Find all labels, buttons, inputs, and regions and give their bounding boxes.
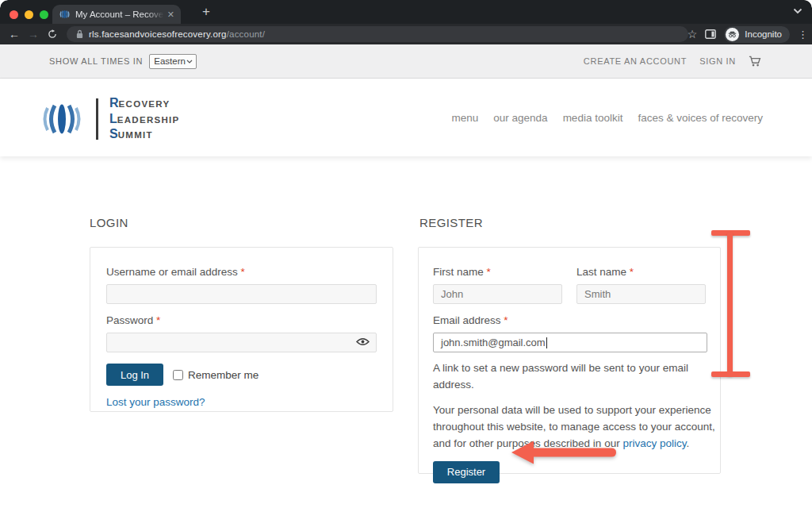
minimize-window-button[interactable]: [25, 10, 33, 19]
annotation-ibeam-bottom-cap: [711, 371, 750, 377]
last-name-input[interactable]: [576, 284, 706, 304]
login-heading: LOGIN: [90, 216, 128, 229]
register-heading: REGISTER: [419, 216, 483, 229]
first-name-input[interactable]: [433, 284, 562, 304]
url-text: rls.facesandvoicesofrecovery.org/account…: [89, 29, 265, 39]
username-label-text: Username or email address: [106, 266, 238, 278]
toolbar-actions: ☆ Incognito ⋮: [688, 24, 806, 44]
chevron-down-icon: [186, 60, 193, 64]
required-asterisk: *: [487, 266, 491, 278]
cart-icon[interactable]: [749, 56, 761, 67]
browser-toolbar: ← → rls.facesandvoicesofrecovery.org/acc…: [0, 24, 812, 44]
show-password-icon[interactable]: [356, 337, 370, 346]
required-asterisk: *: [241, 266, 245, 278]
register-button[interactable]: Register: [433, 461, 500, 483]
password-label: Password *: [106, 314, 377, 326]
side-panel-icon[interactable]: [705, 29, 716, 39]
window-controls: [10, 10, 48, 19]
password-input[interactable]: [106, 333, 377, 352]
logo-line-rest: UMMIT: [118, 130, 153, 140]
url-domain: rls.facesandvoicesofrecovery.org: [89, 29, 227, 39]
username-input[interactable]: [106, 284, 377, 304]
remember-me: Remember me: [173, 369, 259, 381]
show-times-label: SHOW ALL TIMES IN: [49, 56, 143, 66]
logo-line-rest: ECOVERY: [119, 99, 170, 109]
timezone-select[interactable]: Eastern: [149, 54, 197, 69]
nav-item-faces-voices[interactable]: faces & voices of recovery: [638, 112, 763, 124]
annotation-arrow-icon: [506, 437, 621, 468]
last-name-label: Last name *: [576, 266, 706, 278]
username-label: Username or email address *: [106, 266, 377, 278]
url-path: /account/: [227, 29, 265, 39]
close-window-button[interactable]: [10, 10, 18, 19]
required-asterisk: *: [504, 314, 508, 326]
first-name-label-text: First name: [433, 266, 484, 278]
password-note: A link to set a new password will be sen…: [433, 360, 717, 394]
nav-item-our-agenda[interactable]: our agenda: [493, 112, 547, 124]
zoom-window-button[interactable]: [40, 10, 48, 19]
nav-item-media-toolkit[interactable]: media toolkit: [563, 112, 623, 124]
logo-text: RECOVERY LEADERSHIP SUMMIT: [109, 96, 180, 143]
browser-window: My Account – Recovery Leader ✕ + ← → rls…: [0, 0, 812, 508]
incognito-label: Incognito: [745, 29, 782, 39]
site-favicon-icon: [59, 9, 70, 20]
browser-menu-icon[interactable]: ⋮: [798, 29, 806, 40]
required-asterisk: *: [156, 314, 160, 326]
remember-me-checkbox[interactable]: [173, 370, 183, 380]
logo-line-rest: EADERSHIP: [117, 115, 180, 125]
annotation-ibeam-line: [727, 233, 733, 375]
back-button[interactable]: ←: [5, 24, 24, 44]
privacy-note-suffix: .: [686, 437, 689, 449]
timezone-control: SHOW ALL TIMES IN Eastern: [49, 44, 197, 78]
first-name-label: First name *: [433, 266, 562, 278]
email-label: Email address *: [433, 314, 706, 326]
main-nav: menu our agenda media toolkit faces & vo…: [452, 79, 763, 156]
lock-icon[interactable]: [76, 29, 83, 39]
site-utility-bar: SHOW ALL TIMES IN Eastern CREATE AN ACCO…: [0, 44, 812, 79]
last-name-label-text: Last name: [576, 266, 626, 278]
browser-tab[interactable]: My Account – Recovery Leader ✕: [52, 5, 181, 24]
bookmark-star-icon[interactable]: ☆: [688, 28, 698, 40]
email-value: john.smith@gmail.com: [441, 337, 546, 348]
close-tab-icon[interactable]: ✕: [167, 10, 174, 20]
logo-line-initial: L: [109, 112, 117, 125]
reload-button[interactable]: [43, 24, 62, 44]
account-links: CREATE AN ACCOUNT SIGN IN: [584, 44, 761, 78]
logo-mark-icon: [40, 101, 84, 137]
logo-line-initial: S: [109, 127, 118, 140]
email-input[interactable]: john.smith@gmail.com: [433, 333, 707, 352]
site-logo[interactable]: RECOVERY LEADERSHIP SUMMIT: [40, 96, 180, 143]
reload-icon: [48, 29, 57, 39]
forward-button: →: [24, 24, 43, 44]
address-bar[interactable]: rls.facesandvoicesofrecovery.org/account…: [67, 26, 688, 42]
login-card: Username or email address * Password * L…: [90, 247, 393, 412]
tab-title: My Account – Recovery Leader: [75, 10, 164, 19]
create-account-link[interactable]: CREATE AN ACCOUNT: [584, 56, 687, 66]
text-cursor: [546, 337, 547, 348]
tab-search-chevron-icon[interactable]: [793, 8, 802, 14]
tab-strip: My Account – Recovery Leader ✕ +: [0, 0, 812, 24]
new-tab-button[interactable]: +: [197, 2, 216, 21]
lost-password-link[interactable]: Lost your password?: [106, 396, 205, 408]
email-label-text: Email address: [433, 314, 501, 326]
logo-line-initial: R: [109, 96, 119, 110]
required-asterisk: *: [630, 266, 634, 278]
password-label-text: Password: [106, 314, 153, 326]
timezone-value: Eastern: [154, 56, 186, 66]
logo-divider: [96, 98, 98, 140]
privacy-policy-link[interactable]: privacy policy: [622, 437, 686, 449]
incognito-badge: Incognito: [724, 26, 790, 43]
remember-me-label: Remember me: [188, 369, 259, 381]
incognito-icon: [726, 28, 739, 41]
sign-in-link[interactable]: SIGN IN: [699, 56, 736, 66]
log-in-button[interactable]: Log In: [106, 364, 163, 386]
nav-item-menu[interactable]: menu: [452, 112, 479, 124]
site-header: RECOVERY LEADERSHIP SUMMIT menu our agen…: [0, 79, 812, 156]
